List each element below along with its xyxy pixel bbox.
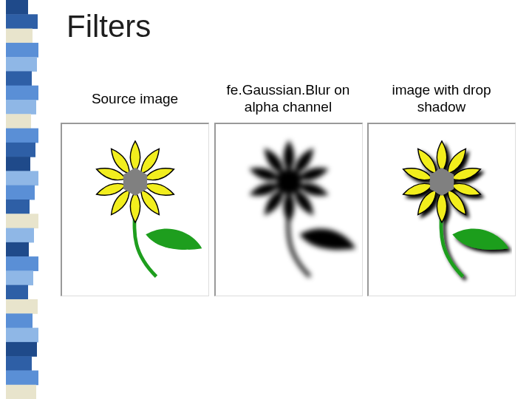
svg-rect-9: [6, 129, 38, 143]
svg-rect-7: [6, 100, 36, 115]
svg-rect-21: [6, 299, 38, 314]
svg-rect-10: [6, 143, 35, 157]
flower-blur-image: [219, 129, 359, 291]
svg-rect-22: [6, 313, 33, 328]
svg-rect-3: [6, 43, 38, 58]
image-frame-source: [61, 123, 209, 296]
svg-rect-6: [6, 86, 38, 100]
image-frame-dropshadow: [367, 123, 516, 296]
columns-row: Source image: [59, 81, 517, 296]
svg-rect-24: [6, 342, 37, 357]
svg-rect-1: [6, 14, 38, 29]
svg-rect-15: [6, 214, 38, 228]
svg-rect-11: [6, 157, 30, 171]
slide-title: Filters: [66, 9, 151, 44]
column-label: fe.Gaussian.Blur on alpha channel: [227, 81, 350, 117]
svg-rect-26: [6, 370, 38, 385]
svg-rect-16: [6, 228, 34, 243]
flower-source-image: [65, 129, 205, 291]
svg-rect-27: [6, 385, 36, 399]
svg-rect-4: [6, 57, 37, 72]
svg-rect-18: [6, 256, 38, 271]
svg-rect-8: [6, 114, 31, 129]
svg-rect-13: [6, 185, 35, 200]
svg-rect-14: [6, 200, 30, 214]
svg-rect-5: [6, 71, 32, 86]
svg-rect-12: [6, 171, 38, 185]
svg-rect-23: [6, 328, 38, 343]
column-blur: fe.Gaussian.Blur on alpha channel: [213, 81, 364, 296]
svg-rect-20: [6, 285, 28, 300]
column-label: Source image: [92, 81, 178, 117]
svg-rect-17: [6, 242, 29, 257]
svg-rect-19: [6, 270, 33, 285]
svg-rect-25: [6, 356, 32, 371]
svg-rect-0: [6, 0, 28, 15]
column-dropshadow: image with drop shadow: [366, 81, 517, 296]
svg-rect-2: [6, 29, 33, 44]
flower-dropshadow-image: [372, 129, 512, 291]
decorative-sidebar: [0, 0, 38, 399]
column-source: Source image: [59, 81, 211, 296]
image-frame-blur: [214, 123, 363, 296]
column-label: image with drop shadow: [392, 81, 491, 117]
